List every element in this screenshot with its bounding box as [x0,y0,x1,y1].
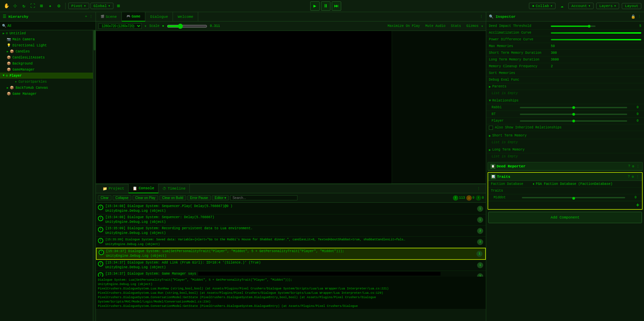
resolution-select[interactable]: 1280x720 (1280x720) [99,23,142,29]
rabbi-slider[interactable] [520,107,627,108]
layers-grid-icon[interactable]: ⊞ [115,2,122,10]
log-icon: ! [99,250,104,255]
clear-on-play-button[interactable]: Clear on Play [133,195,158,200]
log-entry[interactable]: ! [15:34:08] Dialogue System: Sequencer:… [96,214,486,226]
hierarchy-scrollbar[interactable] [93,30,96,321]
hierarchy-plus-icon[interactable]: + [85,14,87,19]
acclimatization-curve[interactable] [551,32,641,34]
bt-slider[interactable] [520,114,627,115]
tab-timeline[interactable]: ⏱Timeline [158,184,190,193]
console-search-input[interactable] [230,195,297,200]
step-button[interactable]: ⏭ [332,1,341,11]
list-item[interactable]: ▶ 📦 BackToHub Canvas [0,85,93,91]
list-item[interactable]: ✦ CursorSparkles [0,79,93,85]
acclimatization-label: Acclimatization Curve [489,31,549,35]
log-entry-selected[interactable]: ! [15:34:37] Dialogue System: Lua(SetPer… [96,248,486,260]
list-item[interactable]: 📦 Game Manager [0,91,93,97]
log-entry[interactable]: ! [15:34:08] Dialogue System: Sequencer.… [96,203,486,214]
log-entry[interactable]: ! [15:35:09] Dialogue System: Recording … [96,226,486,237]
global-button[interactable]: Global ▾ [91,3,113,9]
long-term-memory-section[interactable]: ▶ Long Term Memory [486,147,644,153]
hierarchy-search-input[interactable] [7,24,94,28]
log-entry[interactable]: ! [15:34:37] Dialogue System: Add Link (… [96,260,486,271]
maximize-on-play[interactable]: Maximize On Play [388,24,420,28]
deed-reporter-help-icon[interactable]: ? [628,164,630,168]
traits-settings-icon[interactable]: ⚙ [632,175,634,179]
account-button[interactable]: Account ▾ [568,3,594,9]
list-item[interactable]: ▶ ⊙ Untitled [0,30,93,36]
tab-dialogue[interactable]: Dialogue [145,12,173,22]
relationships-section[interactable]: ▼ Relationships [486,97,644,104]
tab-console[interactable]: 📋Console [129,184,158,193]
list-item[interactable]: 💡 Directional Light [0,42,93,48]
tab-welcome[interactable]: Welcome [173,12,198,22]
faction-database-row: Faction Database ♦ FGA Faction Database … [488,181,642,188]
wrench-icon[interactable]: ⚙ [55,2,63,10]
inherited-checkbox[interactable] [489,126,493,130]
layout-button[interactable]: Layout [622,3,641,9]
clear-button[interactable]: Clear [98,195,111,200]
cloud-icon[interactable]: ☁ [558,2,566,10]
star-icon[interactable]: ✦ [46,2,54,10]
collab-button[interactable]: ● Collab ▾ [529,3,556,9]
list-item[interactable]: 📦 CandlesLitAssets [0,54,93,61]
tab-game[interactable]: 🎮 Game [122,12,145,22]
scale-slider[interactable] [167,24,207,29]
faction-database-value[interactable]: FGA Faction Database (FactionDatabase) [536,182,612,186]
mute-audio[interactable]: Mute Audio [425,24,445,28]
tab-scene[interactable]: 🎬 Scene [96,12,122,22]
list-item[interactable]: 📦 GameManager [0,67,93,73]
log-entry[interactable]: ! [15:34:37] Dialogue System: Game Manag… [96,271,486,277]
deed-reporter-settings-icon[interactable]: ⚙ [632,164,634,168]
info-count-badge[interactable]: ! 113 [453,195,465,201]
pause-button[interactable]: ⏸ [321,1,330,11]
deed-reporter-menu-icon[interactable]: ⋮ [636,164,640,168]
error-pause-button[interactable]: Error Pause [187,195,211,200]
sort-label: Sort Memories [489,71,549,75]
inspector-lock-icon[interactable]: 🔒 [631,14,636,19]
inspector-menu-icon[interactable]: ⋮ [638,14,641,19]
deed-impact-slider[interactable] [551,26,596,27]
stats[interactable]: Stats [451,24,461,28]
middot-slider[interactable] [522,197,625,198]
main-layout: ☰ Hierarchy + ⋮ 🔍 ▶ ⊙ Untitled 📷 Mai [0,12,644,321]
refresh-icon[interactable]: ↻ [20,2,28,10]
console-tabs-menu-icon[interactable]: ⋮ [474,187,483,191]
list-item[interactable]: ▶ 📦 Candles [0,48,93,54]
raw-line: PixelCrushers.DialogueSystem.Conversatio… [98,304,484,309]
log-count: 1 [477,206,483,212]
collapse-button[interactable]: Collapse [113,195,131,200]
player-rel-slider[interactable] [520,120,627,122]
power-diff-curve[interactable] [551,39,641,40]
raw-line: System/Scripts/MVC/Model/Logic/Model/Con… [98,309,484,309]
error-count-badge[interactable]: ! 0 [476,195,484,201]
gizmos-arrow-icon[interactable]: ▾ [481,24,483,28]
gizmos[interactable]: Gizmos [466,24,478,28]
clear-on-build-button[interactable]: Clear on Build [159,195,186,200]
list-item-player[interactable]: ▼ ⊙ Player [0,73,93,79]
list-item[interactable]: 📷 Main Camera [0,36,93,42]
tab-project[interactable]: 📁Project [99,184,129,193]
hand-icon[interactable]: ✋ [3,2,10,10]
add-component-button[interactable]: Add Component [488,212,642,223]
log-entry[interactable]: ! [15:35:09] Dialogue System: Saved data… [96,237,486,248]
traits-add-icon[interactable]: + [636,202,639,208]
short-term-memory-section[interactable]: ▶ Short Term Memory [486,132,644,139]
expand-icon[interactable]: ⛶ [29,2,36,10]
hierarchy-items: ▶ ⊙ Untitled 📷 Main Camera 💡 Directional… [0,30,93,321]
tabs-menu-icon[interactable]: ⋮ [477,14,486,19]
list-item[interactable]: 📦 Background [0,61,93,67]
hierarchy-search-bar: 🔍 [0,22,96,30]
play-button[interactable]: ▶ [310,1,320,11]
cursor-icon[interactable]: ⊹ [11,2,19,10]
traits-menu-icon[interactable]: ⋮ [636,175,639,179]
parents-section[interactable]: ▶ Parents [486,83,644,90]
layers-button[interactable]: Layers ▾ [596,3,619,9]
pivot-button[interactable]: Pivot ▾ [68,3,89,9]
editor-button[interactable]: Editor ▾ [212,195,229,200]
traits-help-icon[interactable]: ? [628,175,630,179]
grid-icon[interactable]: ⊞ [38,2,45,10]
warn-count-badge[interactable]: ⚠ 0 [466,195,474,201]
error-icon: ! [476,195,481,201]
hierarchy-menu-icon[interactable]: ⋮ [89,14,93,19]
